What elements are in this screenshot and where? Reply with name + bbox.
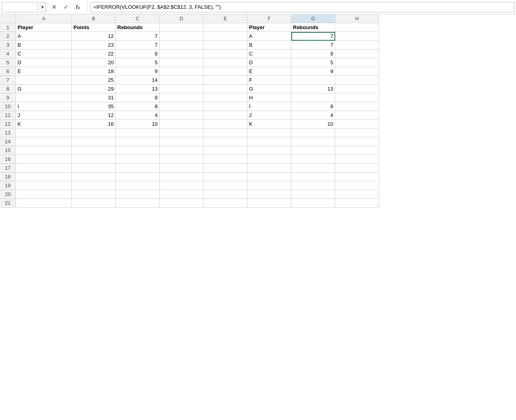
cell-G3[interactable]: 7	[291, 41, 335, 50]
cell-F16[interactable]	[247, 155, 291, 164]
cell-A14[interactable]	[16, 137, 72, 146]
cell-C19[interactable]	[116, 181, 160, 190]
cell-G21[interactable]	[291, 199, 335, 208]
cell-D5[interactable]	[160, 58, 204, 67]
cell-B18[interactable]	[72, 172, 116, 181]
cell-F10[interactable]: I	[247, 102, 291, 111]
cell-B19[interactable]	[72, 181, 116, 190]
cell-A8[interactable]: G	[16, 85, 72, 93]
cell-D19[interactable]	[160, 181, 204, 190]
cell-H21[interactable]	[335, 199, 379, 208]
col-header-G[interactable]: G	[291, 14, 335, 23]
cell-G8[interactable]: 13	[291, 85, 335, 93]
cell-E18[interactable]	[204, 172, 247, 181]
cell-A17[interactable]	[16, 164, 72, 172]
cell-G1[interactable]: Rebounds	[291, 23, 335, 32]
cell-E6[interactable]	[204, 67, 247, 76]
cell-F3[interactable]: B	[247, 41, 291, 50]
row-header-9[interactable]: 9	[0, 93, 16, 102]
cell-G17[interactable]	[291, 164, 335, 172]
cell-A19[interactable]	[16, 181, 72, 190]
cell-E3[interactable]	[204, 41, 247, 50]
cell-H15[interactable]	[335, 146, 379, 155]
cell-G11[interactable]: 4	[291, 111, 335, 120]
cell-B6[interactable]: 18	[72, 67, 116, 76]
cell-E2[interactable]	[204, 32, 247, 41]
row-header-15[interactable]: 15	[0, 146, 16, 155]
cell-C11[interactable]: 4	[116, 111, 160, 120]
cell-C13[interactable]	[116, 129, 160, 137]
cell-A20[interactable]	[16, 190, 72, 199]
cell-C8[interactable]: 13	[116, 85, 160, 93]
cell-E10[interactable]	[204, 102, 247, 111]
cell-F15[interactable]	[247, 146, 291, 155]
cell-H13[interactable]	[335, 129, 379, 137]
cell-B14[interactable]	[72, 137, 116, 146]
cell-E4[interactable]	[204, 50, 247, 58]
cell-F20[interactable]	[247, 190, 291, 199]
cell-F6[interactable]: E	[247, 67, 291, 76]
cell-G16[interactable]	[291, 155, 335, 164]
cell-H11[interactable]	[335, 111, 379, 120]
cell-C3[interactable]: 7	[116, 41, 160, 50]
cell-C1[interactable]: Rebounds	[116, 23, 160, 32]
cell-D16[interactable]	[160, 155, 204, 164]
cell-G15[interactable]	[291, 146, 335, 155]
cell-B3[interactable]: 23	[72, 41, 116, 50]
cell-F11[interactable]: J	[247, 111, 291, 120]
cell-C6[interactable]: 9	[116, 67, 160, 76]
cell-B9[interactable]: 31	[72, 93, 116, 102]
cell-B11[interactable]: 12	[72, 111, 116, 120]
cell-G18[interactable]	[291, 172, 335, 181]
row-header-10[interactable]: 10	[0, 102, 16, 111]
cell-B8[interactable]: 29	[72, 85, 116, 93]
cell-B15[interactable]	[72, 146, 116, 155]
cancel-formula-icon[interactable]: ✕	[49, 3, 58, 11]
cell-A2[interactable]: A	[16, 32, 72, 41]
formula-input[interactable]	[91, 2, 514, 12]
cell-G9[interactable]	[291, 93, 335, 102]
cell-A15[interactable]	[16, 146, 72, 155]
row-header-14[interactable]: 14	[0, 137, 16, 146]
cell-A12[interactable]: K	[16, 120, 72, 129]
cell-F12[interactable]: K	[247, 120, 291, 129]
cell-G7[interactable]	[291, 76, 335, 85]
row-header-17[interactable]: 17	[0, 164, 16, 172]
row-header-21[interactable]: 21	[0, 199, 16, 208]
cell-H17[interactable]	[335, 164, 379, 172]
row-header-3[interactable]: 3	[0, 41, 16, 50]
cell-E7[interactable]	[204, 76, 247, 85]
cell-C15[interactable]	[116, 146, 160, 155]
cell-C10[interactable]: 8	[116, 102, 160, 111]
cell-B13[interactable]	[72, 129, 116, 137]
cell-H10[interactable]	[335, 102, 379, 111]
cell-G4[interactable]: 8	[291, 50, 335, 58]
cell-F2[interactable]: A	[247, 32, 291, 41]
cell-A18[interactable]	[16, 172, 72, 181]
cell-D2[interactable]	[160, 32, 204, 41]
cell-C21[interactable]	[116, 199, 160, 208]
cell-reference-box[interactable]	[2, 2, 38, 12]
cell-D7[interactable]	[160, 76, 204, 85]
cell-A4[interactable]: C	[16, 50, 72, 58]
cell-H18[interactable]	[335, 172, 379, 181]
row-header-16[interactable]: 16	[0, 155, 16, 164]
row-header-2[interactable]: 2	[0, 32, 16, 41]
cell-E19[interactable]	[204, 181, 247, 190]
cell-A16[interactable]	[16, 155, 72, 164]
cell-G14[interactable]	[291, 137, 335, 146]
confirm-formula-icon[interactable]: ✓	[61, 3, 70, 11]
insert-function-icon[interactable]: fx	[73, 4, 82, 10]
cell-A9[interactable]	[16, 93, 72, 102]
cell-E20[interactable]	[204, 190, 247, 199]
cell-H14[interactable]	[335, 137, 379, 146]
cell-H12[interactable]	[335, 120, 379, 129]
cell-D12[interactable]	[160, 120, 204, 129]
cell-E13[interactable]	[204, 129, 247, 137]
cell-C5[interactable]: 5	[116, 58, 160, 67]
cell-A21[interactable]	[16, 199, 72, 208]
cell-H7[interactable]	[335, 76, 379, 85]
cell-E21[interactable]	[204, 199, 247, 208]
cell-E1[interactable]	[204, 23, 247, 32]
cell-E11[interactable]	[204, 111, 247, 120]
